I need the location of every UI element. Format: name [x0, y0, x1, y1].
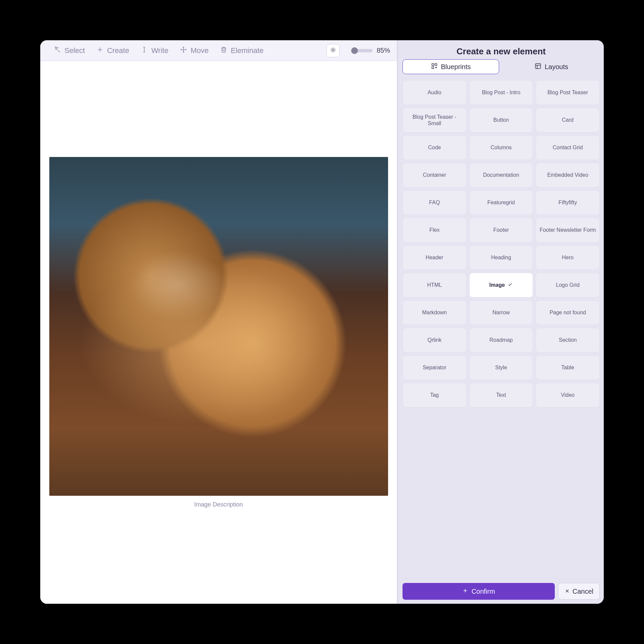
- blueprint-tile[interactable]: Blog Post Teaser: [536, 80, 600, 105]
- blueprint-tile[interactable]: HTML: [402, 273, 467, 298]
- blueprint-tile[interactable]: Separator: [402, 355, 467, 380]
- confirm-button[interactable]: Confirm: [402, 583, 555, 600]
- blueprint-tile-label: Blog Post Teaser: [547, 89, 588, 96]
- blueprint-tile[interactable]: Video: [536, 383, 600, 408]
- blueprint-tile-label: Hero: [562, 254, 574, 261]
- blueprint-tile[interactable]: Flex: [402, 218, 467, 243]
- tab-layouts-label: Layouts: [545, 63, 568, 71]
- blueprint-tile[interactable]: Logo Grid: [536, 273, 600, 298]
- blueprint-tile[interactable]: Heading: [469, 245, 533, 270]
- blueprint-tile[interactable]: Blog Post - Intro: [469, 80, 533, 105]
- blueprint-tile[interactable]: Header: [402, 245, 467, 270]
- tool-write-label: Write: [151, 46, 168, 55]
- blueprint-tile[interactable]: Image: [469, 273, 533, 298]
- blueprint-tile[interactable]: Table: [536, 355, 600, 380]
- panel-footer: Confirm Cancel: [398, 579, 604, 604]
- plus-icon: [96, 46, 104, 55]
- close-icon: [565, 588, 570, 595]
- image-element[interactable]: Image Description: [49, 157, 388, 508]
- blueprint-tile[interactable]: Style: [469, 355, 533, 380]
- blueprint-tile[interactable]: Footer: [469, 218, 533, 243]
- blueprint-tile-label: Separator: [423, 364, 446, 371]
- blueprint-tile-label: Table: [561, 364, 574, 371]
- blueprint-tile-label: Blog Post Teaser - Small: [406, 114, 463, 126]
- zoom-slider[interactable]: 85%: [351, 47, 390, 54]
- blueprint-tile[interactable]: Featuregrid: [469, 190, 533, 215]
- blueprint-tile-label: Tag: [430, 392, 439, 398]
- svg-rect-1: [432, 63, 434, 65]
- select-icon: [54, 46, 61, 55]
- svg-rect-3: [432, 66, 434, 68]
- blueprints-icon: [431, 63, 438, 71]
- blueprint-tile[interactable]: Card: [536, 108, 600, 132]
- blueprint-tile[interactable]: Blog Post Teaser - Small: [402, 108, 467, 132]
- tab-blueprints-label: Blueprints: [441, 63, 471, 71]
- blueprint-tile-label: Code: [428, 144, 441, 151]
- blueprint-tile-label: Video: [561, 392, 575, 398]
- blueprint-tile-label: Documentation: [483, 172, 519, 178]
- cancel-button-label: Cancel: [573, 588, 593, 595]
- blueprint-tile-label: Fiftyfifty: [558, 199, 577, 206]
- image-placeholder: [49, 157, 388, 496]
- blueprint-tile[interactable]: Embedded Video: [536, 163, 600, 187]
- blueprint-tile[interactable]: Documentation: [469, 163, 533, 187]
- blueprint-tile-label: Roadmap: [489, 337, 513, 343]
- tool-move[interactable]: Move: [180, 46, 209, 55]
- sun-icon: [330, 47, 336, 55]
- editor-pane: Select Create Write: [40, 40, 398, 604]
- confirm-button-label: Confirm: [472, 588, 495, 595]
- tab-layouts[interactable]: Layouts: [503, 59, 600, 74]
- blueprint-tile[interactable]: Contact Grid: [536, 135, 600, 160]
- zoom-slider-track[interactable]: [351, 49, 373, 52]
- blueprint-tile[interactable]: Container: [402, 163, 467, 187]
- blueprint-tile[interactable]: Page not found: [536, 300, 600, 325]
- blueprint-tile[interactable]: Hero: [536, 245, 600, 270]
- blueprint-tile[interactable]: Markdown: [402, 300, 467, 325]
- app-window: Select Create Write: [40, 40, 604, 604]
- cancel-button[interactable]: Cancel: [558, 583, 600, 600]
- blueprint-tile[interactable]: Footer Newsletter Form: [536, 218, 600, 243]
- blueprint-tile[interactable]: Button: [469, 108, 533, 132]
- blueprint-tile-label: Header: [426, 254, 443, 261]
- blueprint-tile[interactable]: Fiftyfifty: [536, 190, 600, 215]
- blueprint-tile[interactable]: Columns: [469, 135, 533, 160]
- svg-rect-4: [535, 63, 540, 68]
- tab-blueprints[interactable]: Blueprints: [402, 59, 499, 74]
- blueprint-tile-label: Button: [493, 117, 509, 123]
- zoom-slider-thumb[interactable]: [351, 47, 358, 54]
- blueprint-tile-label: Footer: [493, 227, 509, 233]
- theme-toggle[interactable]: [326, 44, 340, 57]
- tool-write[interactable]: Write: [141, 46, 168, 55]
- blueprint-tile[interactable]: Section: [536, 328, 600, 353]
- blueprint-tile[interactable]: Roadmap: [469, 328, 533, 353]
- blueprint-grid: AudioBlog Post - IntroBlog Post TeaserBl…: [398, 79, 604, 579]
- blueprint-tile[interactable]: FAQ: [402, 190, 467, 215]
- toolbar: Select Create Write: [40, 40, 397, 61]
- blueprint-tile-label: Card: [562, 117, 574, 123]
- blueprint-tile[interactable]: Tag: [402, 383, 467, 408]
- tool-eliminate[interactable]: Eleminate: [220, 46, 264, 55]
- blueprint-tile[interactable]: Text: [469, 383, 533, 408]
- svg-rect-2: [435, 63, 437, 65]
- blueprint-tile-label: Text: [496, 392, 506, 398]
- blueprint-tile-label: Narrow: [492, 309, 510, 316]
- blueprint-tile-label: Logo Grid: [556, 282, 580, 288]
- blueprint-tile[interactable]: Narrow: [469, 300, 533, 325]
- blueprint-tile-label: Style: [495, 364, 507, 371]
- panel-title: Create a new element: [398, 40, 604, 59]
- create-element-panel: Create a new element Blueprints Layouts …: [398, 40, 604, 604]
- check-icon: [507, 282, 513, 288]
- blueprint-tile-label: Page not found: [549, 309, 586, 316]
- blueprint-tile-label: Featuregrid: [487, 199, 515, 206]
- blueprint-tile-label: Footer Newsletter Form: [540, 227, 596, 233]
- text-cursor-icon: [141, 46, 148, 55]
- blueprint-tile[interactable]: Audio: [402, 80, 467, 105]
- blueprint-tile[interactable]: Qrlink: [402, 328, 467, 353]
- tool-create[interactable]: Create: [96, 46, 129, 55]
- tool-select[interactable]: Select: [54, 46, 85, 55]
- canvas[interactable]: Image Description: [40, 61, 397, 604]
- plus-icon: [462, 588, 468, 595]
- blueprint-tile-label: FAQ: [429, 199, 440, 206]
- blueprint-tile-label: Heading: [491, 254, 511, 261]
- blueprint-tile[interactable]: Code: [402, 135, 467, 160]
